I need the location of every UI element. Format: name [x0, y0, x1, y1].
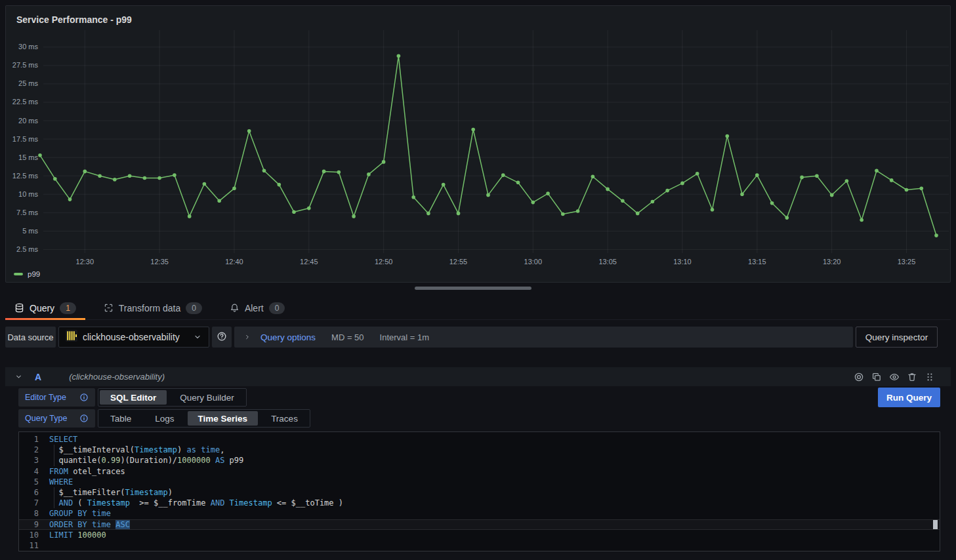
tab-transform-data[interactable]: Transform data0	[94, 296, 211, 319]
record-icon[interactable]	[854, 372, 864, 382]
code-line-7: 7 AND ( Timestamp >= $__fromTime AND Tim…	[19, 498, 940, 508]
svg-text:13:15: 13:15	[748, 258, 766, 266]
timeseries-panel: Service Performance - p99 2.5 ms5 ms7.5 …	[5, 5, 951, 283]
line-number: 8	[19, 508, 49, 519]
tab-count-badge: 0	[186, 302, 202, 314]
query-options-bar: Query options MD = 50 Interval = 1m	[234, 327, 853, 348]
svg-text:12:55: 12:55	[449, 258, 468, 266]
legend-series-swatch	[14, 273, 23, 275]
toggle-option-table[interactable]: Table	[100, 411, 142, 426]
toggle-option-sql-editor[interactable]: SQL Editor	[100, 390, 167, 405]
datasource-bar: Data source clickhouse-observability Que…	[5, 327, 938, 348]
datasource-label: Data source	[5, 327, 56, 348]
datasource-picker[interactable]: clickhouse-observability	[58, 327, 209, 348]
transform-icon	[104, 303, 114, 313]
code-line-11: 11	[19, 540, 940, 551]
svg-text:15 ms: 15 ms	[18, 153, 38, 161]
svg-text:25 ms: 25 ms	[18, 79, 38, 87]
tab-alert[interactable]: Alert0	[220, 296, 294, 319]
trash-icon[interactable]	[907, 372, 917, 382]
info-circle-icon[interactable]	[79, 393, 89, 402]
tab-count-badge: 1	[60, 302, 76, 314]
svg-text:30 ms: 30 ms	[18, 43, 38, 50]
line-number: 5	[19, 477, 49, 487]
line-number: 4	[19, 466, 49, 477]
svg-text:5 ms: 5 ms	[22, 227, 38, 235]
query-datasource-hint: (clickhouse-observability)	[69, 372, 165, 382]
svg-text:2.5 ms: 2.5 ms	[16, 245, 39, 253]
svg-text:12:50: 12:50	[375, 258, 393, 266]
datasource-help-button[interactable]	[212, 327, 232, 348]
svg-text:7.5 ms: 7.5 ms	[16, 209, 39, 216]
code-line-9: 9ORDER BY time ASC	[19, 519, 940, 530]
legend-series-label: p99	[28, 270, 40, 278]
svg-text:12.5 ms: 12.5 ms	[12, 172, 39, 180]
line-number: 1	[19, 434, 49, 445]
code-line-3: 3 quantile(0.99)(Duration)/1000000 AS p9…	[19, 455, 940, 466]
line-number: 6	[19, 487, 49, 498]
editor-type-label: Editor Type	[18, 388, 95, 407]
code-line-5: 5WHERE	[19, 477, 940, 487]
editor-type-toggle: SQL EditorQuery Builder	[98, 388, 247, 407]
chevron-right-icon[interactable]	[243, 333, 251, 341]
query-type-label: Query Type	[18, 409, 95, 428]
tab-label: Alert	[245, 303, 264, 313]
code-line-8: 8GROUP BY time	[19, 508, 940, 519]
svg-text:12:35: 12:35	[150, 258, 169, 266]
datasource-selected-value: clickhouse-observability	[83, 332, 188, 342]
svg-text:27.5 ms: 27.5 ms	[12, 61, 39, 69]
query-actions	[854, 372, 935, 382]
info-circle-icon[interactable]	[79, 414, 89, 423]
line-number: 11	[19, 540, 49, 551]
svg-text:13:10: 13:10	[673, 258, 692, 266]
code-line-6: 6 $__timeFilter(Timestamp)	[19, 487, 940, 498]
code-line-2: 2 $__timeInterval(Timestamp) as time,	[19, 445, 940, 455]
svg-text:22.5 ms: 22.5 ms	[12, 98, 39, 106]
toggle-option-query-builder[interactable]: Query Builder	[169, 390, 245, 405]
code-line-4: 4FROM otel_traces	[19, 466, 940, 477]
query-options-link[interactable]: Query options	[260, 332, 316, 342]
timeseries-chart[interactable]: 2.5 ms5 ms7.5 ms10 ms12.5 ms15 ms17.5 ms…	[6, 6, 951, 283]
clickhouse-logo	[66, 330, 77, 344]
svg-text:13:20: 13:20	[823, 258, 841, 266]
svg-text:13:25: 13:25	[898, 258, 916, 266]
query-inspector-button[interactable]: Query inspector	[856, 327, 938, 348]
run-query-button[interactable]: Run Query	[878, 388, 940, 407]
drag-handle-icon[interactable]	[925, 372, 935, 382]
question-circle-icon	[217, 331, 227, 344]
toggle-option-time-series[interactable]: Time Series	[188, 411, 259, 426]
line-number: 10	[19, 530, 49, 540]
tab-query[interactable]: Query1	[5, 296, 85, 319]
line-number: 9	[19, 519, 49, 530]
toggle-option-traces[interactable]: Traces	[260, 411, 308, 426]
toggle-option-logs[interactable]: Logs	[144, 411, 184, 426]
copy-icon[interactable]	[871, 372, 882, 382]
query-row-header: A (clickhouse-observability)	[5, 367, 951, 386]
svg-text:13:00: 13:00	[524, 258, 543, 266]
horizontal-scrollbar-thumb[interactable]	[415, 287, 531, 290]
line-number: 2	[19, 445, 49, 455]
eye-icon[interactable]	[889, 372, 900, 382]
editor-overview-cursor	[933, 520, 938, 529]
query-ref-id: A	[35, 372, 41, 382]
svg-text:13:05: 13:05	[598, 258, 617, 266]
database-icon	[14, 303, 24, 313]
interval-value: Interval = 1m	[380, 332, 430, 342]
svg-text:17.5 ms: 17.5 ms	[12, 135, 39, 143]
tab-label: Query	[30, 303, 54, 313]
chevron-down-icon	[193, 332, 202, 342]
collapse-chevron-icon[interactable]	[14, 372, 23, 381]
line-number: 7	[19, 498, 49, 508]
code-line-10: 10LIMIT 100000	[19, 530, 940, 540]
panel-editor-tabs: Query1Transform data0Alert0	[5, 296, 951, 320]
svg-text:20 ms: 20 ms	[18, 117, 38, 125]
query-type-toggle: TableLogsTime SeriesTraces	[98, 409, 310, 428]
sql-code-editor[interactable]: 1SELECT2 $__timeInterval(Timestamp) as t…	[18, 431, 940, 551]
bell-icon	[230, 303, 239, 313]
max-data-points-value: MD = 50	[331, 332, 364, 342]
tab-count-badge: 0	[269, 302, 285, 314]
svg-text:12:40: 12:40	[225, 258, 243, 266]
svg-text:10 ms: 10 ms	[18, 190, 38, 198]
legend-item-p99[interactable]: p99	[14, 270, 40, 278]
svg-text:12:30: 12:30	[76, 258, 94, 266]
